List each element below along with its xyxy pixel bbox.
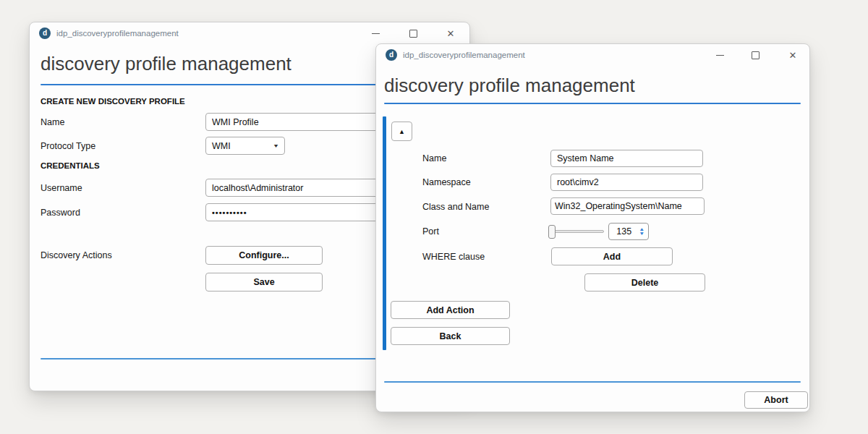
- app-icon: d: [39, 27, 51, 39]
- minimize-icon: [372, 33, 380, 34]
- abort-button[interactable]: Abort: [744, 391, 808, 409]
- minimize-icon: [716, 55, 724, 56]
- page-title: discovery profile management: [384, 75, 635, 97]
- window-action-editor: d idp_discoveryprofilemanagement ✕ disco…: [375, 43, 810, 412]
- close-icon: ✕: [447, 28, 455, 39]
- chevron-down-icon: ▼: [273, 143, 279, 148]
- spin-down-icon[interactable]: ▼: [639, 231, 644, 236]
- protocol-type-select[interactable]: WMI ▼: [205, 137, 285, 155]
- class-and-name-input[interactable]: [550, 197, 705, 215]
- action-selected-accent-bar: [383, 116, 386, 350]
- save-button[interactable]: Save: [205, 273, 323, 292]
- port-label: Port: [422, 226, 439, 237]
- namespace-input[interactable]: [550, 174, 703, 191]
- maximize-button[interactable]: [743, 44, 767, 66]
- add-action-button[interactable]: Add Action: [391, 301, 510, 319]
- where-add-button[interactable]: Add: [551, 247, 673, 265]
- password-label: Password: [41, 208, 80, 218]
- section-credentials: CREDENTIALS: [41, 161, 100, 170]
- protocol-type-value: WMI: [212, 141, 231, 151]
- maximize-icon: [752, 51, 760, 59]
- action-name-input[interactable]: [550, 150, 703, 167]
- port-slider-track[interactable]: [550, 230, 604, 233]
- collapse-button[interactable]: ▲: [391, 122, 412, 141]
- port-slider-thumb[interactable]: [548, 225, 556, 239]
- back-button[interactable]: Back: [391, 327, 510, 345]
- where-clause-label: WHERE clause: [422, 252, 485, 262]
- window-title: idp_discoveryprofilemanagement: [403, 51, 525, 59]
- username-label: Username: [41, 183, 82, 193]
- maximize-button[interactable]: [401, 22, 425, 44]
- close-icon: ✕: [789, 50, 797, 61]
- name-label: Name: [41, 117, 64, 127]
- page-title: discovery profile management: [41, 53, 292, 75]
- close-button[interactable]: ✕: [780, 44, 805, 66]
- port-spinner[interactable]: 135 ▲ ▼: [608, 223, 649, 240]
- class-and-name-label: Class and Name: [422, 202, 489, 212]
- minimize-button[interactable]: [707, 44, 732, 66]
- discovery-actions-label: Discovery Actions: [41, 250, 112, 260]
- window-title: idp_discoveryprofilemanagement: [56, 29, 179, 38]
- app-icon: d: [386, 49, 397, 61]
- protocol-type-label: Protocol Type: [41, 141, 95, 151]
- action-name-label: Name: [422, 153, 446, 163]
- configure-button[interactable]: Configure...: [205, 246, 323, 265]
- namespace-label: Namespace: [422, 177, 471, 187]
- section-create-new-profile: CREATE NEW DISCOVERY PROFILE: [41, 97, 185, 106]
- heading-divider: [384, 103, 801, 104]
- port-value: 135: [609, 226, 639, 237]
- close-button[interactable]: ✕: [438, 22, 463, 44]
- maximize-icon: [409, 30, 417, 38]
- titlebar[interactable]: d idp_discoveryprofilemanagement ✕: [30, 22, 469, 44]
- titlebar[interactable]: d idp_discoveryprofilemanagement ✕: [376, 44, 809, 66]
- delete-button[interactable]: Delete: [584, 273, 705, 292]
- triangle-up-icon: ▲: [399, 128, 405, 135]
- footer-divider: [384, 381, 801, 383]
- minimize-button[interactable]: [363, 22, 388, 44]
